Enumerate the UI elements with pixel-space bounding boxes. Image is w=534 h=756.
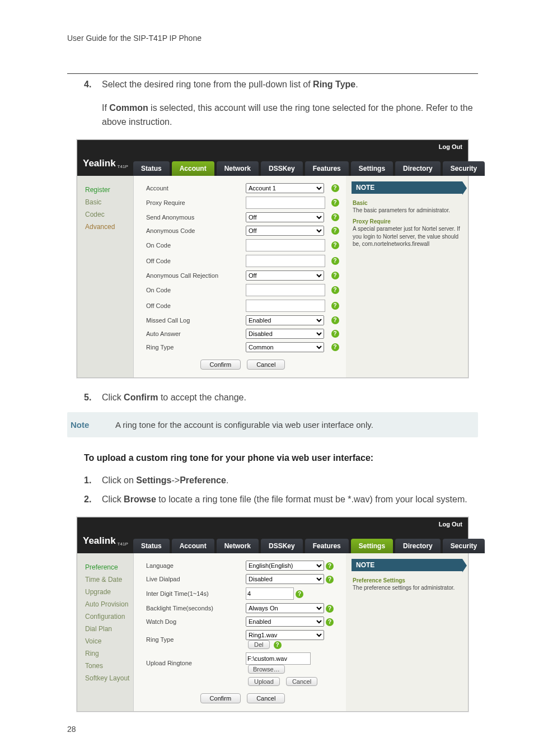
field-input[interactable] [246,197,325,209]
sidebar-item-voice[interactable]: Voice [77,635,133,647]
field-select[interactable]: Enabled [246,315,324,325]
screenshot-1: Yealink T41P Log Out Status Account Netw… [77,139,469,378]
page-number: 28 [67,725,76,734]
sidebar-item-autoprovision[interactable]: Auto Provision [77,598,133,610]
screenshot-2: Yealink T41P Log Out Status Account Netw… [77,517,469,712]
help-icon[interactable]: ? [296,590,303,598]
sidebar-item-register[interactable]: Register [77,184,133,196]
upload-button[interactable]: Upload [248,677,280,686]
field-select[interactable]: Always On [246,603,324,613]
help-icon[interactable]: ? [331,302,339,310]
field-label: Live Dialpad [144,572,243,586]
field-select[interactable]: Off [246,226,324,236]
confirm-button[interactable]: Confirm [200,360,241,370]
help-icon[interactable]: ? [326,618,334,626]
field-select[interactable]: Off [246,212,324,222]
cancel-button[interactable]: Cancel [247,360,285,370]
tab-security[interactable]: Security [443,161,485,176]
help-icon[interactable]: ? [331,286,339,294]
note-label: Note [67,412,115,437]
help-icon[interactable]: ? [331,241,339,249]
sidebar-item-tones[interactable]: Tones [77,660,133,672]
step-1b-number: 1. [84,473,94,488]
tab-dsskey[interactable]: DSSKey [261,539,303,553]
help-icon[interactable]: ? [331,184,339,192]
field-label: Off Code [144,253,243,269]
tab-directory[interactable]: Directory [395,539,441,553]
field-select[interactable]: Common [246,342,324,352]
step-5-number: 5. [84,390,94,405]
field-select[interactable]: Off [246,270,324,281]
tab-network[interactable]: Network [217,539,259,553]
file-path-input[interactable] [246,652,311,665]
field-select[interactable]: Disabled [246,574,324,584]
sidebar-item-basic[interactable]: Basic [77,196,133,208]
field-select[interactable]: Enabled [246,617,324,627]
tab-account[interactable]: Account [172,539,214,553]
note-text: A ring tone for the account is configura… [115,412,478,437]
field-select[interactable]: Ring1.wav [246,630,324,640]
help-icon[interactable]: ? [331,343,339,351]
step-5-text: Click Confirm to accept the change. [102,390,246,405]
field-input[interactable] [246,284,325,296]
confirm-button[interactable]: Confirm [200,693,241,703]
logout-link[interactable]: Log Out [439,143,462,150]
field-label: On Code [144,282,243,298]
step-4-number: 4. [84,77,94,92]
tab-dsskey[interactable]: DSSKey [261,161,303,176]
field-input[interactable] [246,255,325,267]
tab-settings[interactable]: Settings [351,161,393,176]
field-input[interactable] [246,239,325,251]
help-icon[interactable]: ? [326,576,334,584]
tab-account[interactable]: Account [172,161,214,176]
tab-features[interactable]: Features [305,161,349,176]
help-icon[interactable]: ? [274,641,282,649]
field-input[interactable] [246,300,325,312]
tab-directory[interactable]: Directory [395,161,441,176]
field-label: Ring Type [144,340,243,354]
field-label: Send Anonymous [144,211,243,224]
field-input[interactable] [246,587,294,600]
sidebar-item-codec[interactable]: Codec [77,208,133,221]
sidebar-item-configuration[interactable]: Configuration [77,610,133,623]
field-select[interactable]: Account 1 [246,183,324,193]
help-icon[interactable]: ? [331,199,339,207]
field-label: Anonymous Code [144,224,243,237]
step-4-para2: If Common is selected, this account will… [102,101,478,129]
help-icon[interactable]: ? [331,316,339,324]
field-select[interactable]: English(English) [246,561,324,571]
header-rule [67,73,478,74]
cancel-button[interactable]: Cancel [247,693,285,703]
cancel-upload-button[interactable]: Cancel [286,677,317,686]
field-label: Auto Answer [144,327,243,340]
sidebar-item-upgrade[interactable]: Upgrade [77,586,133,598]
help-icon[interactable]: ? [331,213,339,221]
field-label: Backlight Time(seconds) [144,601,243,615]
sidebar-item-softkey[interactable]: Softkey Layout [77,672,133,684]
help-icon[interactable]: ? [326,605,334,613]
help-icon[interactable]: ? [331,257,339,265]
tab-network[interactable]: Network [217,161,259,176]
sidebar-item-dialplan[interactable]: Dial Plan [77,623,133,635]
field-select[interactable]: Disabled [246,329,324,339]
sidebar-item-advanced[interactable]: Advanced [77,221,133,233]
tab-security[interactable]: Security [443,539,485,553]
tab-settings[interactable]: Settings [351,539,393,553]
step-2b-number: 2. [84,492,94,507]
help-icon[interactable]: ? [326,562,334,570]
field-label: Anonymous Call Rejection [144,269,243,282]
sidebar-item-timedate[interactable]: Time & Date [77,573,133,586]
help-icon[interactable]: ? [331,330,339,338]
logout-link[interactable]: Log Out [439,521,462,528]
note-body: Basic The basic parameters for administr… [352,194,462,254]
del-button[interactable]: Del [248,640,270,649]
tab-status[interactable]: Status [133,161,170,176]
help-icon[interactable]: ? [331,227,339,235]
field-label: Account [144,181,243,195]
sidebar-item-preference[interactable]: Preference [77,561,133,573]
help-icon[interactable]: ? [331,272,339,279]
sidebar-item-ring[interactable]: Ring [77,647,133,660]
browse-button[interactable]: Browse… [248,665,285,674]
tab-status[interactable]: Status [133,539,170,553]
tab-features[interactable]: Features [305,539,349,553]
